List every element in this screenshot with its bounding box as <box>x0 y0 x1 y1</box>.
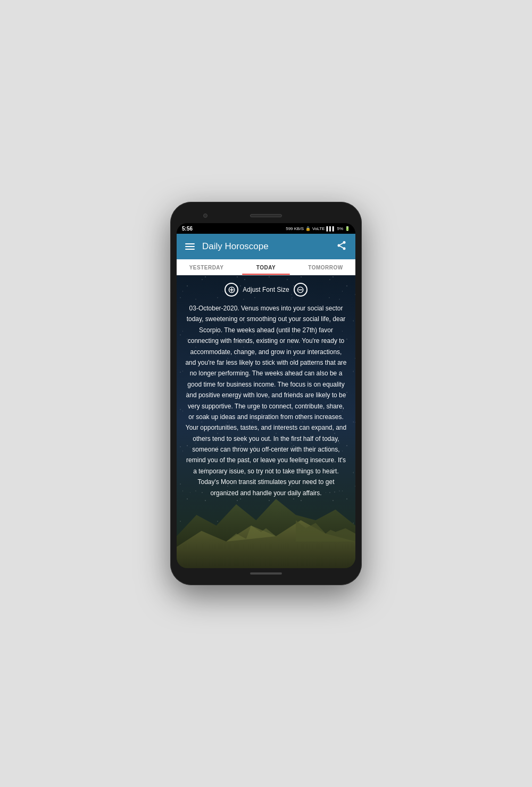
app-bar: Daily Horoscope <box>177 234 355 259</box>
horoscope-text: 03-October-2020. Venus moves into your s… <box>185 303 347 552</box>
status-bar: 5:56 599 KB/S 🔒 VoLTE ▌▌▌ 5% 🔋 <box>177 223 355 234</box>
app-bar-left: Daily Horoscope <box>185 241 269 252</box>
share-button[interactable] <box>336 240 347 253</box>
svg-point-2 <box>343 247 346 250</box>
battery-level: 5% <box>337 226 343 231</box>
phone-bottom-bar <box>177 568 355 579</box>
camera <box>203 214 207 218</box>
minus-icon: ⊖ <box>296 285 304 294</box>
tab-yesterday[interactable]: YESTERDAY <box>177 259 236 275</box>
decrease-font-button[interactable]: ⊖ <box>294 283 307 297</box>
app-title: Daily Horoscope <box>202 241 269 252</box>
phone-device: 5:56 599 KB/S 🔒 VoLTE ▌▌▌ 5% 🔋 Daily Hor… <box>170 202 362 585</box>
increase-font-button[interactable]: ⊕ <box>225 283 238 297</box>
speaker <box>250 214 282 217</box>
status-time: 5:56 <box>182 226 193 232</box>
lock-icon: 🔒 <box>305 226 311 231</box>
phone-screen: 5:56 599 KB/S 🔒 VoLTE ▌▌▌ 5% 🔋 Daily Hor… <box>177 223 355 568</box>
phone-top-bar <box>177 208 355 223</box>
content-scroll: ⊕ Adjust Font Size ⊖ 03-October-2020. Ve… <box>177 275 355 560</box>
volte-badge: VoLTE <box>312 226 325 231</box>
signal-icon: ▌▌▌ <box>326 226 335 231</box>
status-right: 599 KB/S 🔒 VoLTE ▌▌▌ 5% 🔋 <box>286 226 350 231</box>
home-indicator <box>250 572 282 575</box>
svg-line-3 <box>340 246 343 248</box>
tab-today[interactable]: TODAY <box>236 259 296 275</box>
plus-icon: ⊕ <box>228 285 236 294</box>
content-area: ⊕ Adjust Font Size ⊖ 03-October-2020. Ve… <box>177 275 355 568</box>
data-speed: 599 KB/S <box>286 226 304 231</box>
svg-line-4 <box>340 243 343 244</box>
hamburger-menu-button[interactable] <box>185 243 195 250</box>
adjust-font-label: Adjust Font Size <box>243 286 289 293</box>
svg-point-0 <box>343 241 346 243</box>
svg-point-1 <box>338 244 340 247</box>
tabs-bar: YESTERDAY TODAY TOMORROW <box>177 259 355 275</box>
tab-tomorrow[interactable]: TOMORROW <box>296 259 355 275</box>
font-size-controls: ⊕ Adjust Font Size ⊖ <box>185 281 347 297</box>
battery-icon: 🔋 <box>345 226 350 231</box>
